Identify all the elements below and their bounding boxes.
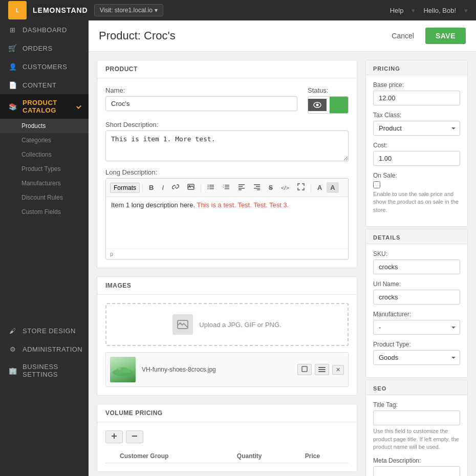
svg-point-7 [208,185,209,186]
logo-icon: L [16,7,19,13]
image-reorder-button[interactable] [315,364,329,375]
sidebar-item-product-catalog[interactable]: 📚 PRODUCT CATALOG [0,94,89,119]
sidebar-item-content[interactable]: 📄 CONTENT [0,76,89,94]
remove-pricing-row-button[interactable] [126,430,143,443]
sidebar-item-customers[interactable]: 👤 CUSTOMERS [0,57,89,76]
font-color-button[interactable]: A [314,182,326,193]
base-price-input[interactable] [373,91,460,105]
svg-rect-32 [112,436,117,437]
sidebar-sub-item-manufacturers[interactable]: Manufacturers [0,176,89,190]
tax-class-select-wrapper: Product Standard Reduced [373,121,460,136]
title-tag-label: Title Tag: [373,401,460,408]
code-button[interactable]: </> [277,183,293,192]
url-name-group: Url Name: [373,280,460,305]
strikethrough-button[interactable]: S [265,182,276,193]
page-header: Product: Croc's Cancel SAVE [89,20,476,52]
svg-rect-10 [225,185,229,186]
sidebar-item-business-settings[interactable]: 🏢 BUSINESS SETTINGS [0,358,89,383]
ordered-list-button[interactable]: 1.2. [219,182,233,193]
col-price: Price [301,449,349,463]
svg-rect-20 [256,186,260,187]
title-tag-hint: Use this field to customize the product … [373,427,460,451]
align-right-button[interactable] [250,182,264,193]
product-type-select[interactable]: Goods Digital Service [373,350,460,365]
url-name-input[interactable] [373,290,460,305]
image-delete-button[interactable]: ✕ [332,365,344,375]
user-menu-button[interactable]: Hello, Bob! [423,7,456,14]
editor-body[interactable]: Item 1 long description here. This is a … [106,197,348,248]
sidebar-sub-item-products[interactable]: Products [0,119,89,133]
sidebar-item-dashboard[interactable]: ⊞ DASHBOARD [0,20,89,39]
sidebar-sub-item-custom-fields[interactable]: Custom Fields [0,205,89,219]
editor-footer: p [106,248,348,259]
details-panel-title: DETAILS [366,229,467,244]
add-pricing-row-button[interactable] [105,430,123,443]
product-type-select-wrapper: Goods Digital Service [373,350,460,365]
image-resize-button[interactable] [297,364,312,375]
col-quantity: Quantity [233,449,301,463]
italic-button[interactable]: I [158,182,167,193]
svg-rect-12 [225,188,229,189]
formats-dropdown[interactable]: Formats [110,183,140,193]
cost-input[interactable] [373,151,460,166]
svg-rect-15 [239,184,245,185]
image-insert-button[interactable] [184,182,198,193]
volume-pricing-controls [105,430,349,443]
brush-icon: 🖌 [8,326,17,335]
name-input[interactable] [105,96,297,111]
sidebar-item-administration[interactable]: ⚙ ADMINISTRATION [0,340,89,358]
sidebar-sub-item-discount-rules[interactable]: Discount Rules [0,190,89,205]
base-price-label: Base price: [373,81,460,89]
svg-point-24 [180,323,182,324]
images-card-header: Images [97,277,357,295]
svg-rect-21 [254,188,260,189]
svg-rect-16 [239,186,243,187]
svg-text:2.: 2. [223,186,224,188]
bg-color-button[interactable]: A [327,182,338,193]
status-on-indicator [330,97,348,113]
form-layout: Product Name: Status: [89,52,476,476]
bold-button[interactable]: B [145,182,157,193]
visit-store-button[interactable]: Visit: store1.local.io ▾ [94,4,163,16]
building-icon: 🏢 [8,366,17,375]
link-button[interactable] [168,182,183,193]
sku-input[interactable] [373,259,460,274]
manufacturer-label: Manufacturer: [373,311,460,318]
svg-point-9 [208,188,209,189]
svg-rect-27 [302,366,307,372]
editor-text-highlight: This is a test. Test. Test. Test 3. [197,201,289,209]
volume-pricing-card: Volume Pricing [97,404,357,472]
sidebar-sub-item-product-types[interactable]: Product Types [0,162,89,176]
cancel-button[interactable]: Cancel [385,29,420,43]
on-sale-checkbox[interactable] [373,181,380,188]
images-card-body: Upload a JPG, GIF or PNG. VH-funny-shoes… [97,295,357,395]
save-button[interactable]: SAVE [425,28,466,44]
meta-desc-input[interactable] [373,466,460,476]
image-upload-area[interactable]: Upload a JPG, GIF or PNG. [105,303,349,346]
top-bar: L LEMONSTAND Visit: store1.local.io ▾ He… [0,0,476,20]
fullscreen-button[interactable] [294,182,308,193]
volume-pricing-header: Volume Pricing [97,404,357,422]
sidebar-sub-item-collections[interactable]: Collections [0,147,89,162]
svg-point-1 [316,104,319,106]
sidebar-item-orders[interactable]: 🛒 ORDERS [0,39,89,57]
base-price-group: Base price: [373,81,460,105]
manufacturer-select[interactable]: - Nike Adidas [373,320,460,335]
product-card-header: Product [97,60,357,78]
on-sale-checkbox-row [373,181,460,188]
content-area: Product: Croc's Cancel SAVE Product Name… [89,20,476,476]
tax-class-select[interactable]: Product Standard Reduced [373,121,460,136]
cost-group: Cost: [373,142,460,166]
unordered-list-button[interactable] [204,182,218,193]
url-name-label: Url Name: [373,280,460,288]
svg-rect-6 [209,188,214,189]
sidebar-item-store-design[interactable]: 🖌 STORE DESIGN [0,321,89,340]
svg-rect-30 [318,371,326,372]
status-toggle[interactable] [308,96,349,114]
sidebar-sub-item-categories[interactable]: Categories [0,133,89,147]
align-left-button[interactable] [234,182,249,193]
short-desc-input[interactable]: This is item 1. More test. [105,131,349,161]
help-button[interactable]: Help [390,7,404,14]
title-tag-input[interactable] [373,410,460,425]
seo-panel: SEO Title Tag: Use this field to customi… [365,380,468,476]
